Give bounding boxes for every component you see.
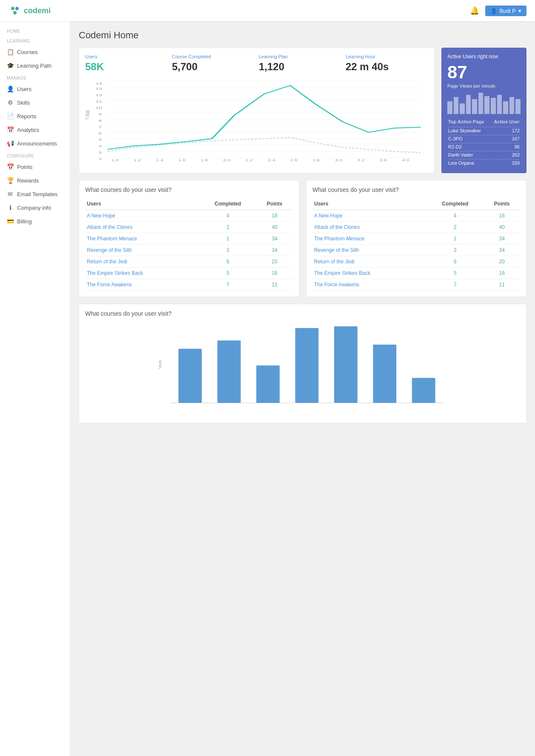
au-bar-item bbox=[454, 97, 459, 114]
svg-text:4.0: 4.0 bbox=[402, 159, 410, 162]
svg-text:Visits: Visits bbox=[158, 359, 162, 369]
bar-rect bbox=[256, 365, 280, 403]
stats-top: Users 58K Course Completed 5,700 Learnin… bbox=[85, 54, 428, 73]
sidebar-item-analytics[interactable]: 📅 Analytics bbox=[0, 123, 70, 137]
sidebar-label-points: Points bbox=[17, 164, 32, 170]
table-row: Revenge of the Sith334 bbox=[85, 245, 293, 256]
svg-text:5: 5 bbox=[99, 138, 102, 141]
stat-users-value: 58K bbox=[85, 61, 168, 73]
au-subtitle: Page Views per minute bbox=[447, 83, 521, 88]
sidebar-item-skills[interactable]: ⚙ Skills bbox=[0, 96, 70, 109]
course-table-card-1: What courses do your user visit? Users C… bbox=[79, 180, 299, 297]
au-bar-item bbox=[491, 98, 496, 114]
sidebar-label-company-info: Company info bbox=[17, 205, 51, 211]
col-points-2: Points bbox=[484, 198, 520, 210]
table-row: Return of the Jedi620 bbox=[85, 256, 293, 268]
course-table-1: Users Completed Points A New Hope418Atta… bbox=[85, 198, 293, 291]
au-bar-item bbox=[466, 95, 471, 114]
stat-learning-hour: Learning Hour 22 m 40s bbox=[346, 54, 428, 73]
learning-path-icon: 🎓 bbox=[7, 62, 14, 69]
col-completed-2: Completed bbox=[426, 198, 484, 210]
topnav-right: 🔔 👤 Budi P ▾ bbox=[470, 6, 526, 16]
table-row: C-3PO167 bbox=[448, 135, 520, 142]
stat-learning-hour-value: 22 m 40s bbox=[346, 61, 428, 73]
bar-chart-title: What courses do your user visit? bbox=[85, 310, 520, 317]
table-row: Attack of the Clones240 bbox=[85, 222, 293, 233]
sidebar-item-company-info[interactable]: ℹ Company info bbox=[0, 201, 70, 214]
page-title: Codemi Home bbox=[79, 30, 526, 41]
course-table-card-2: What courses do your user visit? Users C… bbox=[306, 180, 526, 297]
sidebar-item-learning-path[interactable]: 🎓 Learning Path bbox=[0, 59, 70, 72]
stat-completed: Course Completed 5,700 bbox=[172, 54, 255, 73]
sidebar-item-rewards[interactable]: 🏆 Rewards bbox=[0, 174, 70, 187]
table-row: The Force Awakens711 bbox=[85, 279, 293, 291]
users-icon: 👤 bbox=[7, 86, 14, 92]
bell-icon[interactable]: 🔔 bbox=[470, 6, 479, 15]
svg-text:2: 2 bbox=[99, 157, 102, 160]
announcements-icon: 📢 bbox=[7, 140, 14, 147]
sidebar-section-manage: Manage bbox=[0, 72, 70, 82]
bar-rect bbox=[178, 349, 202, 403]
stats-row: Users 58K Course Completed 5,700 Learnin… bbox=[79, 48, 526, 173]
table-row: The Force Awakens711 bbox=[312, 279, 520, 291]
au-bar-item bbox=[515, 99, 521, 114]
stat-learning-plan-value: 1,120 bbox=[259, 61, 341, 73]
au-title: Active Users right now bbox=[447, 54, 521, 60]
bar-rect bbox=[412, 378, 435, 403]
svg-text:4: 4 bbox=[99, 144, 103, 148]
sidebar-label-users: Users bbox=[17, 86, 31, 92]
line-chart: 2 3 4 5 6 7 8 9 10 11 12 13 14 Y Axis bbox=[85, 77, 428, 162]
sidebar-item-users[interactable]: 👤 Users bbox=[0, 82, 70, 96]
table-row: The Empire Strikes Back516 bbox=[312, 268, 520, 279]
email-templates-icon: ✉ bbox=[7, 191, 14, 197]
user-avatar-icon: 👤 bbox=[490, 8, 497, 14]
svg-text:2.0: 2.0 bbox=[223, 159, 231, 162]
course-tables-row: What courses do your user visit? Users C… bbox=[79, 180, 526, 297]
sidebar-item-announcements[interactable]: 📢 Announcements bbox=[0, 137, 70, 150]
table-row: A New Hope418 bbox=[312, 210, 520, 222]
sidebar-label-learning-path: Learning Path bbox=[17, 63, 51, 69]
active-users-card: Active Users right now 87 Page Views per… bbox=[441, 48, 526, 173]
sidebar-label-billing: Billing bbox=[17, 218, 32, 225]
svg-text:8: 8 bbox=[99, 119, 102, 122]
svg-text:6: 6 bbox=[99, 131, 102, 135]
app-body: HOME Learning 📋 Courses 🎓 Learning Path … bbox=[0, 21, 535, 756]
svg-point-1 bbox=[15, 7, 19, 10]
svg-text:3.2: 3.2 bbox=[358, 159, 365, 162]
au-bar-item bbox=[478, 93, 484, 114]
sidebar-label-reports: Reports bbox=[17, 113, 37, 120]
svg-text:1.4: 1.4 bbox=[156, 159, 163, 162]
sidebar-item-points[interactable]: 📅 Points bbox=[0, 160, 70, 174]
au-table-header-count: Active User bbox=[490, 119, 520, 126]
au-bar-item bbox=[503, 101, 508, 114]
svg-text:2.6: 2.6 bbox=[290, 159, 298, 162]
sidebar-item-email-templates[interactable]: ✉ Email Templates bbox=[0, 187, 70, 201]
skills-icon: ⚙ bbox=[7, 99, 14, 106]
sidebar-item-reports[interactable]: 📄 Reports bbox=[0, 109, 70, 123]
stats-main-card: Users 58K Course Completed 5,700 Learnin… bbox=[79, 48, 435, 173]
svg-text:3.0: 3.0 bbox=[335, 159, 343, 162]
bar-rect bbox=[217, 340, 241, 403]
svg-point-0 bbox=[11, 7, 14, 10]
sidebar-item-billing[interactable]: 💳 Billing bbox=[0, 214, 70, 228]
svg-text:3: 3 bbox=[99, 151, 102, 154]
svg-text:1.6: 1.6 bbox=[178, 159, 186, 162]
courses-icon: 📋 bbox=[7, 48, 14, 55]
logo-text: codemi bbox=[24, 6, 51, 15]
au-bar-item bbox=[484, 96, 489, 114]
svg-text:7: 7 bbox=[99, 125, 102, 128]
svg-text:11: 11 bbox=[96, 100, 103, 103]
table-row: Darth Vader202 bbox=[448, 151, 520, 158]
user-menu-button[interactable]: 👤 Budi P ▾ bbox=[485, 6, 526, 16]
svg-text:2.2: 2.2 bbox=[246, 159, 253, 162]
au-bar-item bbox=[472, 99, 477, 114]
stat-users-label: Users bbox=[85, 54, 168, 59]
au-table: Top Active Page Active User Luke Skywalk… bbox=[447, 118, 521, 167]
sidebar-item-courses[interactable]: 📋 Courses bbox=[0, 45, 70, 59]
sidebar-label-courses: Courses bbox=[17, 49, 37, 55]
svg-text:3.6: 3.6 bbox=[380, 159, 387, 162]
sidebar-label-skills: Skills bbox=[17, 100, 30, 106]
bar-chart-card: What courses do your user visit? Visits bbox=[79, 304, 526, 423]
bar-rect bbox=[334, 326, 358, 403]
logo: codemi bbox=[9, 4, 51, 17]
